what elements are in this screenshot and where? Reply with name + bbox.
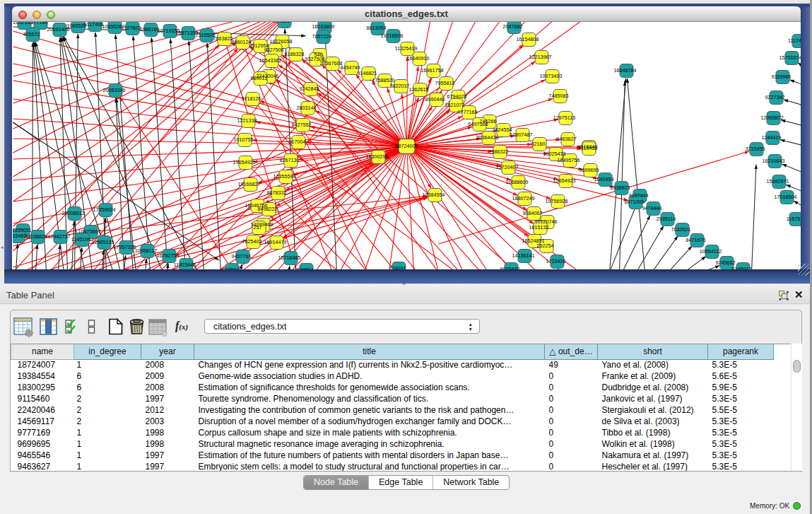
svg-text:8186328: 8186328 — [284, 51, 304, 57]
svg-text:19756928: 19756928 — [545, 198, 567, 204]
svg-text:9902217: 9902217 — [273, 22, 293, 24]
svg-text:1733426: 1733426 — [546, 258, 565, 264]
svg-text:16640910: 16640910 — [406, 55, 429, 62]
svg-text:1145194: 1145194 — [71, 236, 90, 243]
svg-text:2087682: 2087682 — [502, 23, 522, 30]
svg-text:7986322: 7986322 — [488, 148, 508, 155]
svg-text:9457791: 9457791 — [231, 253, 251, 259]
svg-text:17016504: 17016504 — [774, 194, 796, 200]
svg-text:12942757: 12942757 — [47, 233, 70, 240]
svg-text:10973493: 10973493 — [539, 73, 562, 79]
svg-text:10654112: 10654112 — [699, 248, 721, 255]
svg-text:9245652: 9245652 — [715, 259, 735, 266]
svg-text:9242845: 9242845 — [299, 86, 319, 92]
svg-text:17957225: 17957225 — [113, 244, 136, 250]
svg-text:10958117: 10958117 — [134, 247, 156, 254]
svg-text:11156829: 11156829 — [25, 233, 47, 240]
svg-text:12355594: 12355594 — [273, 173, 295, 180]
svg-text:19654923: 19654923 — [553, 177, 575, 184]
svg-text:15720407: 15720407 — [495, 164, 518, 170]
svg-text:62160: 62160 — [531, 141, 545, 147]
svg-text:3915463: 3915463 — [13, 233, 26, 239]
svg-text:9777169: 9777169 — [457, 109, 477, 115]
svg-text:8427552: 8427552 — [291, 122, 311, 128]
svg-text:824504: 824504 — [296, 267, 313, 269]
svg-text:2718126: 2718126 — [241, 95, 261, 102]
svg-text:3824554: 3824554 — [492, 127, 512, 133]
svg-text:989012: 989012 — [250, 75, 267, 81]
svg-text:20053346: 20053346 — [102, 87, 125, 93]
svg-text:18807249: 18807249 — [512, 195, 534, 201]
svg-text:12975115: 12975115 — [553, 115, 575, 121]
svg-text:16543362: 16543362 — [259, 57, 281, 64]
svg-text:16961758: 16961758 — [420, 67, 443, 74]
svg-text:9015440: 9015440 — [500, 266, 519, 269]
svg-text:23367608: 23367608 — [319, 60, 342, 66]
svg-text:1615132: 1615132 — [529, 224, 548, 230]
svg-text:917004: 917004 — [288, 139, 305, 145]
svg-text:19218506: 19218506 — [380, 33, 403, 39]
svg-text:20206513: 20206513 — [61, 210, 84, 216]
svg-text:18724007: 18724007 — [395, 143, 418, 149]
svg-text:18226058: 18226058 — [269, 38, 292, 45]
svg-text:1010755: 1010755 — [233, 136, 253, 143]
svg-text:6871005: 6871005 — [624, 199, 644, 205]
svg-text:11325419: 11325419 — [394, 45, 416, 52]
svg-text:9345012: 9345012 — [731, 266, 751, 269]
svg-text:15692971: 15692971 — [766, 178, 789, 185]
svg-text:405572: 405572 — [23, 31, 40, 37]
svg-text:19654925: 19654925 — [233, 159, 255, 165]
svg-text:9146821: 9146821 — [357, 70, 377, 76]
svg-text:904510: 904510 — [222, 267, 239, 269]
svg-text:2052335: 2052335 — [13, 22, 33, 25]
svg-text:9463627: 9463627 — [556, 136, 576, 142]
svg-text:2935114: 2935114 — [656, 216, 675, 222]
svg-text:10688609: 10688609 — [505, 179, 528, 185]
svg-text:12093872: 12093872 — [760, 115, 783, 121]
svg-text:16648784: 16648784 — [613, 67, 636, 74]
svg-text:8990448: 8990448 — [425, 96, 445, 103]
svg-text:8267130: 8267130 — [279, 157, 299, 163]
svg-text:1221338: 1221338 — [237, 117, 257, 124]
svg-text:16154808: 16154808 — [516, 36, 539, 42]
svg-text:16914479: 16914479 — [264, 239, 286, 245]
svg-text:8660124: 8660124 — [231, 39, 251, 45]
svg-text:6497568: 6497568 — [468, 121, 488, 127]
svg-text:18300295: 18300295 — [365, 153, 388, 160]
svg-text:252254: 252254 — [536, 243, 553, 249]
svg-text:9115460: 9115460 — [577, 145, 596, 151]
svg-text:12505135: 12505135 — [91, 239, 114, 245]
svg-text:9329966: 9329966 — [771, 74, 791, 80]
svg-text:18495756: 18495756 — [557, 157, 579, 163]
svg-text:8678332: 8678332 — [266, 189, 286, 196]
svg-text:14136141: 14136141 — [512, 252, 534, 259]
svg-text:8813054: 8813054 — [366, 25, 386, 31]
svg-text:7632621: 7632621 — [671, 226, 690, 233]
svg-text:19384554: 19384554 — [422, 192, 445, 198]
svg-text:9474444: 9474444 — [642, 205, 661, 211]
svg-text:16210643: 16210643 — [762, 158, 784, 164]
svg-text:8471676: 8471676 — [686, 237, 705, 243]
svg-text:1527602: 1527602 — [121, 25, 141, 31]
svg-text:19166827: 19166827 — [237, 181, 260, 187]
svg-text:9327506: 9327506 — [264, 47, 283, 53]
svg-text:3822037: 3822037 — [389, 83, 409, 89]
svg-text:7625402: 7625402 — [242, 238, 261, 245]
svg-text:1621072: 1621072 — [445, 102, 464, 108]
svg-text:10025438: 10025438 — [543, 151, 565, 157]
svg-text:10807487: 10807487 — [510, 132, 532, 138]
svg-text:774091: 774091 — [389, 265, 406, 269]
svg-text:7955812: 7955812 — [435, 80, 454, 86]
svg-text:6794028: 6794028 — [447, 93, 466, 100]
svg-text:7663822: 7663822 — [213, 35, 233, 42]
svg-text:8498222: 8498222 — [257, 206, 277, 212]
svg-text:12213967: 12213967 — [529, 54, 551, 60]
svg-text:7857224: 7857224 — [312, 33, 331, 40]
svg-text:3215955: 3215955 — [745, 146, 765, 152]
svg-text:15716485: 15716485 — [278, 255, 300, 261]
svg-text:977164: 977164 — [30, 22, 47, 25]
svg-text:1362615: 1362615 — [408, 86, 428, 93]
svg-text:16033809: 16033809 — [312, 23, 334, 30]
svg-text:9084067: 9084067 — [522, 210, 542, 216]
svg-text:11923446: 11923446 — [173, 262, 195, 268]
